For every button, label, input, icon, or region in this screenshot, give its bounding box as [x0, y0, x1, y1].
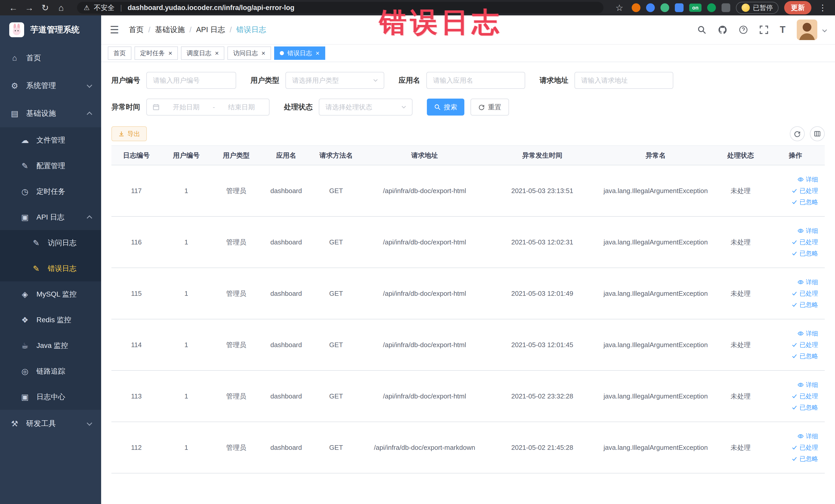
ignored-link[interactable]: 已忽略: [766, 352, 818, 360]
app-logo[interactable]: 芋道管理系统: [0, 15, 101, 44]
breadcrumb-item-infrastructure[interactable]: 基础设施: [155, 25, 185, 35]
help-icon[interactable]: [739, 25, 748, 35]
ignored-link[interactable]: 已忽略: [766, 403, 818, 411]
chevron-down-icon: [87, 82, 92, 88]
tab-close-icon[interactable]: ×: [316, 50, 320, 57]
processed-link[interactable]: 已处理: [766, 187, 818, 195]
sidebar-item-mysql-monitor[interactable]: ◈ MySQL 监控: [0, 281, 101, 307]
refresh-table-button[interactable]: [790, 126, 805, 141]
sidebar-item-home[interactable]: ⌂ 首页: [0, 44, 101, 72]
tab-scheduled-tasks[interactable]: 定时任务 ×: [135, 46, 178, 60]
sidebar-item-label: 链路追踪: [37, 366, 65, 376]
ignored-link[interactable]: 已忽略: [766, 455, 818, 463]
extension-icon-2[interactable]: [646, 3, 655, 12]
cell-status: 未处理: [715, 422, 766, 473]
processed-link[interactable]: 已处理: [766, 289, 818, 298]
sidebar-item-access-log[interactable]: ✎ 访问日志: [0, 230, 101, 256]
reset-button[interactable]: 重置: [470, 99, 509, 116]
detail-link[interactable]: 详细: [766, 432, 818, 440]
detail-link-label: 详细: [806, 432, 818, 440]
avatar[interactable]: [797, 20, 817, 40]
breadcrumb-separator: /: [189, 26, 191, 34]
processed-link[interactable]: 已处理: [766, 392, 818, 400]
sidebar-item-config-mgmt[interactable]: ✎ 配置管理: [0, 153, 101, 179]
sidebar-item-redis-monitor[interactable]: ❖ Redis 监控: [0, 307, 101, 333]
user-type-placeholder: 请选择用户类型: [292, 76, 339, 85]
detail-link[interactable]: 详细: [766, 278, 818, 286]
top-navbar: ☰ 首页 / 基础设施 / API 日志 / 错误日志 T: [101, 15, 835, 45]
reset-button-label: 重置: [488, 103, 501, 112]
avatar-caret-icon[interactable]: [822, 27, 827, 32]
sidebar-item-dev-tools[interactable]: ⚒ 研发工具: [0, 410, 101, 438]
database-icon: ◈: [20, 289, 30, 299]
filter-row-2: 异常时间 开始日期 - 结束日期 处理状态 请选择处理状态 搜索: [111, 99, 825, 116]
detail-link[interactable]: 详细: [766, 175, 818, 184]
breadcrumb-item-home[interactable]: 首页: [129, 25, 144, 35]
sidebar-item-java-monitor[interactable]: ☕ Java 监控: [0, 333, 101, 358]
paused-status-badge[interactable]: 已暂停: [736, 2, 778, 14]
sidebar-item-system-mgmt[interactable]: ⚙ 系统管理: [0, 72, 101, 100]
tab-home[interactable]: 首页: [108, 46, 131, 60]
font-size-icon[interactable]: T: [780, 24, 786, 35]
sidebar-item-log-center[interactable]: ▣ 日志中心: [0, 384, 101, 410]
browser-right-controls: ☆ on 已暂停 更新 ⋮: [613, 1, 828, 14]
fullscreen-icon[interactable]: [759, 25, 769, 35]
tab-access-log[interactable]: 访问日志 ×: [227, 46, 271, 60]
user-type-select[interactable]: 请选择用户类型: [285, 72, 384, 89]
breadcrumb-item-api-log[interactable]: API 日志: [196, 25, 225, 35]
cell-request-url: /api/infra/db-doc/export-html: [361, 217, 488, 268]
search-icon[interactable]: [697, 25, 707, 35]
app-name-input[interactable]: [426, 72, 525, 89]
check-icon: [791, 393, 797, 399]
browser-reload-icon[interactable]: ↻: [39, 3, 52, 13]
detail-link[interactable]: 详细: [766, 227, 818, 235]
processed-link[interactable]: 已处理: [766, 443, 818, 451]
table-row: 112 1 管理员 dashboard GET /api/infra/db-do…: [111, 422, 825, 473]
extension-icon-6[interactable]: [721, 3, 730, 12]
github-icon[interactable]: [718, 25, 728, 35]
browser-menu-kebab-icon[interactable]: ⋮: [817, 3, 828, 13]
cell-exception-time: 2021-05-02 23:32:28: [488, 370, 596, 422]
sidebar-item-scheduled-tasks[interactable]: ◷ 定时任务: [0, 179, 101, 204]
browser-update-button[interactable]: 更新: [784, 1, 811, 14]
tab-close-icon[interactable]: ×: [215, 50, 219, 57]
processed-link[interactable]: 已处理: [766, 238, 818, 246]
bookmark-star-icon[interactable]: ☆: [613, 3, 626, 13]
search-button[interactable]: 搜索: [427, 99, 464, 116]
sidebar-item-api-log[interactable]: ▣ API 日志: [0, 204, 101, 230]
browser-toolbar: ← → ↻ ⌂ ⚠ 不安全 | dashboard.yudao.iocoder.…: [0, 0, 835, 15]
ignored-link[interactable]: 已忽略: [766, 301, 818, 309]
detail-link[interactable]: 详细: [766, 329, 818, 338]
detail-link[interactable]: 详细: [766, 381, 818, 389]
cell-request-url: /api/infra/db-doc/export-html: [361, 319, 488, 370]
request-url-input[interactable]: [574, 72, 673, 89]
export-button[interactable]: 导出: [111, 126, 147, 141]
ignored-link[interactable]: 已忽略: [766, 198, 818, 206]
hamburger-icon[interactable]: ☰: [110, 24, 119, 36]
extension-icon-5[interactable]: [707, 3, 716, 12]
proxy-on-extension-icon[interactable]: on: [689, 4, 701, 12]
browser-back-icon[interactable]: ←: [7, 3, 20, 13]
ignored-link[interactable]: 已忽略: [766, 249, 818, 258]
sidebar-item-error-log[interactable]: ✎ 错误日志: [0, 256, 101, 281]
cell-user-type: 管理员: [211, 217, 261, 268]
user-id-input[interactable]: [146, 72, 236, 89]
extension-icon-1[interactable]: [632, 3, 640, 12]
column-settings-button[interactable]: [810, 126, 825, 141]
processed-link[interactable]: 已处理: [766, 341, 818, 349]
log-icon: ▣: [20, 213, 30, 222]
browser-home-icon[interactable]: ⌂: [55, 3, 68, 13]
sidebar-item-infrastructure[interactable]: ▤ 基础设施: [0, 100, 101, 127]
sidebar-item-tracing[interactable]: ◎ 链路追踪: [0, 358, 101, 384]
tab-close-icon[interactable]: ×: [168, 50, 172, 57]
tab-error-log[interactable]: 错误日志 ×: [274, 46, 325, 60]
process-status-select[interactable]: 请选择处理状态: [319, 99, 412, 116]
tab-close-icon[interactable]: ×: [261, 50, 265, 57]
address-bar[interactable]: ⚠ 不安全 | dashboard.yudao.iocoder.cn/infra…: [77, 2, 604, 14]
exception-time-range-picker[interactable]: 开始日期 - 结束日期: [146, 99, 269, 116]
extension-icon-4[interactable]: [675, 3, 684, 12]
extension-icon-3[interactable]: [660, 3, 669, 12]
tab-dispatch-log[interactable]: 调度日志 ×: [181, 46, 224, 60]
browser-forward-icon[interactable]: →: [23, 3, 36, 13]
sidebar-item-file-mgmt[interactable]: ☁ 文件管理: [0, 127, 101, 153]
